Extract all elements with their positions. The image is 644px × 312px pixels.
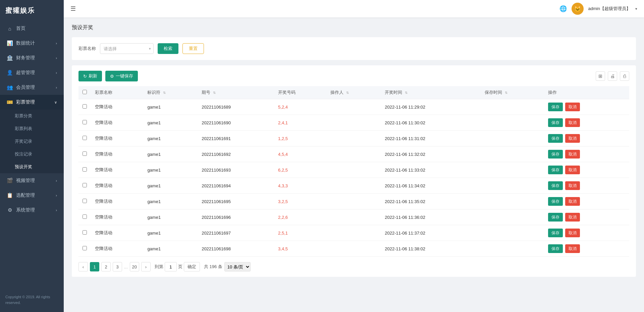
save-row-button[interactable]: 保存 <box>548 213 563 222</box>
grid-view-button[interactable]: ⊞ <box>596 71 605 81</box>
table-row: 空降活动 game1 202211061698 3,4,5 2022-11-06… <box>78 241 629 257</box>
refresh-button[interactable]: ↻ 刷新 <box>78 71 102 81</box>
sidebar-item-video[interactable]: 🎬 视频管理 › <box>0 173 64 188</box>
page-size-select[interactable]: 10 条/页 20 条/页 50 条/页 <box>224 262 251 271</box>
save-row-button[interactable]: 保存 <box>548 181 563 190</box>
search-button[interactable]: 检索 <box>158 43 178 54</box>
row-checkbox[interactable] <box>83 183 87 187</box>
header: ☰ 🌐 🐱 admin【超级管理员】 ▾ <box>64 0 644 17</box>
cancel-row-button[interactable]: 取消 <box>565 134 580 143</box>
page-button-1[interactable]: 1 <box>90 262 99 271</box>
row-save-time <box>481 241 544 257</box>
chevron-right-icon: › <box>56 41 57 45</box>
lottery-name-select[interactable]: 请选择 <box>100 43 154 54</box>
sidebar-item-lottery-category[interactable]: 彩票分类 <box>0 110 64 122</box>
select-all-checkbox[interactable] <box>83 90 87 94</box>
save-row-button[interactable]: 保存 <box>548 229 563 237</box>
cancel-row-button[interactable]: 取消 <box>565 213 580 222</box>
avatar[interactable]: 🐱 <box>572 3 584 15</box>
sidebar-item-system[interactable]: ⚙ 系统管理 › <box>0 203 64 217</box>
sidebar-item-label: 会员管理 <box>16 84 35 90</box>
header-right: 🌐 🐱 admin【超级管理员】 ▾ <box>559 3 637 15</box>
row-draw-number: 2,5,1 <box>274 225 326 241</box>
sidebar-item-home[interactable]: ⌂ 首页 <box>0 21 64 36</box>
sort-icon[interactable]: ⇅ <box>163 91 166 95</box>
cancel-row-button[interactable]: 取消 <box>565 103 580 111</box>
row-checkbox[interactable] <box>83 199 87 203</box>
row-draw-time: 2022-11-06 11:29:02 <box>381 99 481 115</box>
row-identifier: game1 <box>143 99 198 115</box>
row-checkbox[interactable] <box>83 120 87 124</box>
sort-icon[interactable]: ⇅ <box>505 91 507 95</box>
hamburger-button[interactable]: ☰ <box>70 5 76 12</box>
prev-page-button[interactable]: ‹ <box>78 262 88 271</box>
row-lottery-name: 空降活动 <box>91 115 143 131</box>
globe-icon[interactable]: 🌐 <box>559 5 567 12</box>
ticket-icon: 🎫 <box>7 99 13 105</box>
user-dropdown-arrow-icon[interactable]: ▾ <box>635 7 637 11</box>
sidebar-item-data-stats[interactable]: 📊 数据统计 › <box>0 36 64 51</box>
save-row-button[interactable]: 保存 <box>548 118 563 127</box>
sidebar-item-draw-records[interactable]: 开奖记录 <box>0 135 64 148</box>
row-checkbox[interactable] <box>83 230 87 235</box>
cancel-row-button[interactable]: 取消 <box>565 229 580 237</box>
sidebar-item-finance[interactable]: 🏦 财务管理 › <box>0 51 64 65</box>
sidebar-item-lottery[interactable]: 🎫 彩票管理 ∨ <box>0 95 64 110</box>
page-jump-input[interactable] <box>165 262 177 271</box>
reset-button[interactable]: 重置 <box>182 43 204 54</box>
filter-bar: 彩票名称 请选择 ▾ 检索 重置 <box>72 37 636 60</box>
row-lottery-name: 空降活动 <box>91 162 143 178</box>
row-action-cell: 保存 取消 <box>544 194 629 209</box>
row-checkbox[interactable] <box>83 167 87 172</box>
next-page-button[interactable]: › <box>141 262 151 271</box>
sidebar-item-lottery-list[interactable]: 彩票列表 <box>0 122 64 135</box>
page-button-20[interactable]: 20 <box>130 262 139 271</box>
sort-icon[interactable]: ⇅ <box>405 91 408 95</box>
row-checkbox[interactable] <box>83 151 87 156</box>
row-checkbox-cell <box>78 162 91 178</box>
row-operator <box>326 162 381 178</box>
row-checkbox[interactable] <box>83 136 87 140</box>
row-save-time <box>481 178 544 194</box>
username-label[interactable]: admin【超级管理员】 <box>588 6 631 12</box>
cancel-row-button[interactable]: 取消 <box>565 197 580 206</box>
sidebar-item-super-admin[interactable]: 👤 超管管理 › <box>0 65 64 80</box>
row-action-cell: 保存 取消 <box>544 115 629 131</box>
row-operator <box>326 225 381 241</box>
row-period: 202211061695 <box>198 194 274 209</box>
row-identifier: game1 <box>143 194 198 209</box>
page-jump-confirm-button[interactable]: 确定 <box>184 262 200 271</box>
row-checkbox[interactable] <box>83 246 87 250</box>
row-draw-time: 2022-11-06 11:38:02 <box>381 241 481 257</box>
save-row-button[interactable]: 保存 <box>548 134 563 143</box>
save-row-button[interactable]: 保存 <box>548 244 563 253</box>
cancel-row-button[interactable]: 取消 <box>565 244 580 253</box>
row-checkbox[interactable] <box>83 104 87 109</box>
cancel-row-button[interactable]: 取消 <box>565 118 580 127</box>
cancel-row-button[interactable]: 取消 <box>565 166 580 174</box>
sidebar-item-selected[interactable]: 📋 选配管理 › <box>0 188 64 203</box>
save-row-button[interactable]: 保存 <box>548 150 563 159</box>
row-action-cell: 保存 取消 <box>544 225 629 241</box>
row-draw-time: 2022-11-06 11:33:02 <box>381 162 481 178</box>
sidebar-sub-label: 投注记录 <box>15 151 32 157</box>
save-row-button[interactable]: 保存 <box>548 197 563 206</box>
cancel-row-button[interactable]: 取消 <box>565 150 580 159</box>
sort-icon[interactable]: ⇅ <box>213 91 216 95</box>
save-row-button[interactable]: 保存 <box>548 103 563 111</box>
save-all-button[interactable]: ⚙ 一键保存 <box>105 71 138 81</box>
sidebar-item-preset-draw[interactable]: 预设开奖 <box>0 161 64 173</box>
save-row-button[interactable]: 保存 <box>548 166 563 174</box>
sidebar-item-member[interactable]: 👥 会员管理 › <box>0 80 64 95</box>
sidebar-item-label: 选配管理 <box>16 192 35 198</box>
print-button[interactable]: 🖨 <box>608 71 617 81</box>
page-button-2[interactable]: 2 <box>101 262 111 271</box>
cancel-row-button[interactable]: 取消 <box>565 181 580 190</box>
list-icon: 📋 <box>7 192 13 198</box>
sidebar-item-bet-records[interactable]: 投注记录 <box>0 148 64 161</box>
export-button[interactable]: ⎙ <box>620 71 629 81</box>
table-row: 空降活动 game1 202211061693 6,2,5 2022-11-06… <box>78 162 629 178</box>
sort-icon[interactable]: ⇅ <box>346 91 349 95</box>
page-button-3[interactable]: 3 <box>113 262 122 271</box>
row-checkbox[interactable] <box>83 214 87 219</box>
